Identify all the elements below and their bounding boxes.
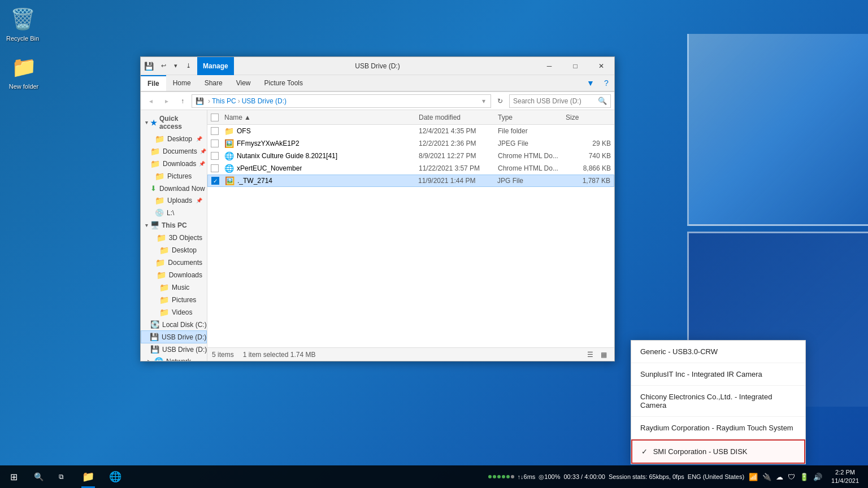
dot-2 (493, 475, 496, 478)
search-input[interactable] (513, 97, 598, 105)
desktop-icon-new-folder[interactable]: 📁 New folder (1, 51, 46, 93)
tray-cloud-icon[interactable]: ☁ (775, 472, 784, 482)
usb-drive-2-icon: 💾 (150, 345, 159, 354)
tray-volume-icon[interactable]: 🔊 (812, 472, 823, 482)
sidebar-item-l-drive[interactable]: 💿 L:\ (141, 207, 207, 219)
table-row[interactable]: 📁 OFS 12/4/2021 4:35 PM File folder (207, 125, 614, 137)
local-disk-icon: 💽 (150, 320, 159, 329)
sidebar-quick-access[interactable]: ▾ ★ Quick access (141, 112, 207, 133)
sidebar-item-documents-quick[interactable]: 📁 Documents 📌 (141, 145, 207, 158)
tray-usb-icon[interactable]: 🔌 (761, 472, 772, 482)
col-header-type[interactable]: Type (498, 114, 566, 121)
path-this-pc[interactable]: This PC (212, 97, 236, 105)
list-view-btn[interactable]: ☰ (584, 348, 596, 361)
col-header-name[interactable]: Name ▲ (224, 114, 419, 121)
sidebar-item-network[interactable]: ▶ 🌐 Network (141, 355, 207, 361)
row-check-nutanix[interactable] (211, 152, 224, 160)
start-button[interactable]: ⊞ (0, 465, 27, 488)
tray-battery-icon[interactable]: 🔋 (798, 472, 810, 482)
row-check-ffmysz[interactable] (211, 140, 224, 147)
table-row[interactable]: 🌐 Nutanix Culture Guide 8.2021[41] 8/9/2… (207, 150, 614, 162)
desktop-icon-recycle-bin[interactable]: 🗑️ Recycle Bin (0, 3, 45, 45)
file-explorer-window: 💾 ↩ ▾ ⤓ Manage USB Drive (D:) ─ □ ✕ File… (140, 56, 615, 361)
sidebar-pictures-quick-label: Pictures (167, 172, 192, 180)
taskbar-clock[interactable]: 2:2 PM 11/4/2021 (827, 468, 863, 486)
ffmysz-name-cell: 🖼️ FFmyszYXwAkE1P2 (224, 139, 419, 148)
usb-popup-item-sunplus[interactable]: SunplusIT Inc - Integrated IR Camera (631, 363, 805, 386)
sidebar-item-documents-pc[interactable]: 📁 Documents (141, 256, 207, 269)
help-btn[interactable]: ? (598, 75, 614, 91)
usb-popup-item-generic[interactable]: Generic - USB3.0-CRW (631, 341, 805, 363)
dot-6 (511, 475, 514, 478)
minimize-button[interactable]: ─ (536, 57, 562, 75)
tab-view[interactable]: View (229, 75, 258, 91)
select-all-checkbox[interactable] (211, 114, 219, 121)
tray-security-icon[interactable]: 🛡 (787, 472, 796, 482)
ofs-name-cell: 📁 OFS (224, 127, 419, 136)
tab-share[interactable]: Share (198, 75, 229, 91)
sidebar-item-usb-drive-2[interactable]: 💾 USB Drive (D:) (141, 343, 207, 355)
sidebar-item-downloads-quick[interactable]: 📁 Downloads 📌 (141, 158, 207, 170)
sidebar-item-local-disk[interactable]: 💽 Local Disk (C:) (141, 319, 207, 330)
desktop-pc-icon: 📁 (159, 246, 169, 255)
network-icon: 🌐 (154, 357, 163, 361)
row-check-xpert[interactable] (211, 164, 224, 172)
table-row[interactable]: 🖼️ FFmyszYXwAkE1P2 12/2/2021 2:36 PM JPE… (207, 137, 614, 150)
row-check-ofs[interactable] (211, 127, 224, 135)
uploads-folder-icon: 📁 (155, 196, 164, 205)
nav-back-btn[interactable]: ◂ (144, 94, 158, 108)
ribbon-manage-tab[interactable]: Manage (197, 57, 234, 75)
sidebar-item-3d-objects[interactable]: 📁 3D Objects (141, 232, 207, 244)
sidebar-item-music[interactable]: 📁 Music (141, 281, 207, 294)
taskbar-chrome[interactable]: 🌐 (102, 465, 129, 488)
path-usb-drive[interactable]: USB Drive (D:) (242, 97, 287, 105)
sidebar-item-desktop-quick[interactable]: 📁 Desktop 📌 (141, 133, 207, 145)
refresh-btn[interactable]: ↻ (493, 94, 507, 108)
nav-up-btn[interactable]: ↑ (176, 94, 189, 108)
file-list-header: Name ▲ Date modified Type Size (207, 110, 614, 125)
col-header-size[interactable]: Size (566, 114, 611, 121)
usb-popup-item-chicony[interactable]: Chicony Electronics Co.,Ltd. - Integrate… (631, 386, 805, 417)
tab-file[interactable]: File (141, 75, 166, 91)
maximize-button[interactable]: □ (562, 57, 588, 75)
task-view-button[interactable]: ⧉ (50, 465, 72, 488)
taskbar-search-button[interactable]: 🔍 (27, 465, 50, 488)
table-row[interactable]: 🌐 xPertEUC_November 11/22/2021 3:57 PM C… (207, 162, 614, 175)
qat-save-btn[interactable]: ⤓ (183, 60, 194, 72)
usb-popup-item-smi[interactable]: ✓ SMI Corporation - USB DISK (631, 439, 805, 464)
sidebar-item-desktop-pc[interactable]: 📁 Desktop (141, 244, 207, 256)
sidebar-item-usb-drive-selected[interactable]: 💾 USB Drive (D:) (141, 330, 207, 343)
details-view-btn[interactable]: ▦ (597, 348, 610, 361)
tray-network-icon[interactable]: 📶 (748, 472, 759, 482)
nav-forward-btn[interactable]: ▸ (160, 94, 173, 108)
ofs-checkbox[interactable] (211, 127, 219, 135)
search-icon[interactable]: 🔍 (598, 97, 607, 105)
task-view-icon: ⧉ (59, 473, 64, 481)
xpert-checkbox[interactable] (211, 164, 219, 172)
taskbar-file-explorer[interactable]: 📁 (75, 465, 102, 488)
sidebar-item-videos[interactable]: 📁 Videos (141, 306, 207, 319)
qat-dropdown-btn[interactable]: ▾ (170, 60, 181, 72)
nutanix-checkbox[interactable] (211, 152, 219, 160)
sidebar-item-uploads[interactable]: 📁 Uploads 📌 (141, 194, 207, 207)
sidebar-item-download-now[interactable]: ⬇ Download Now 📌 (141, 182, 207, 194)
sidebar-item-pictures-quick[interactable]: 📁 Pictures (141, 170, 207, 182)
ffmysz-checkbox[interactable] (211, 140, 219, 147)
qat-back-btn[interactable]: ↩ (158, 60, 169, 72)
close-button[interactable]: ✕ (588, 57, 614, 75)
selection-info: 1 item selected 1.74 MB (243, 351, 316, 359)
col-header-date[interactable]: Date modified (419, 114, 498, 121)
ofs-name: OFS (237, 127, 251, 135)
sidebar-item-downloads-pc[interactable]: 📁 Downloads (141, 269, 207, 281)
address-path[interactable]: 💾 › This PC › USB Drive (D:) ▾ (192, 94, 491, 108)
tab-picture-tools[interactable]: Picture Tools (258, 75, 310, 91)
search-box[interactable]: 🔍 (509, 94, 611, 108)
tab-home[interactable]: Home (166, 75, 198, 91)
sidebar-this-pc[interactable]: ▾ 🖥️ This PC (141, 219, 207, 232)
row-check-tw2714[interactable]: ✓ (211, 177, 225, 185)
tw2714-checkbox[interactable]: ✓ (211, 177, 219, 185)
ribbon-expand-btn[interactable]: ▼ (583, 75, 598, 91)
sidebar-item-pictures-pc[interactable]: 📁 Pictures (141, 294, 207, 306)
table-row[interactable]: ✓ 🖼️ ._TW_2714 11/9/2021 1:44 PM JPG Fil… (207, 175, 614, 187)
usb-popup-item-raydium[interactable]: Raydium Corporation - Raydium Touch Syst… (631, 417, 805, 439)
